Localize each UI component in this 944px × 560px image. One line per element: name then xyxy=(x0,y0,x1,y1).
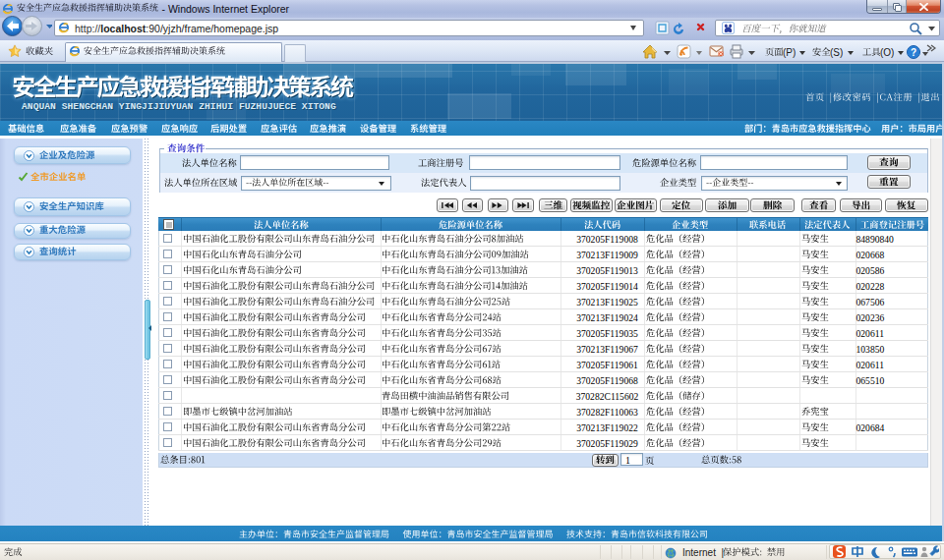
svg-text:?: ? xyxy=(911,47,916,58)
